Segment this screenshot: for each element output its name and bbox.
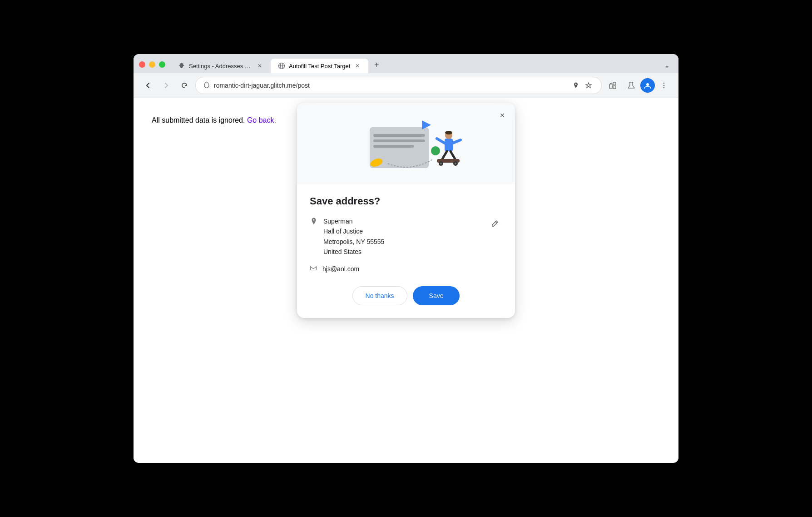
back-button[interactable] — [141, 78, 155, 93]
popup-actions: No thanks Save — [310, 286, 502, 305]
illustration-svg — [333, 114, 479, 177]
save-button[interactable]: Save — [413, 286, 460, 305]
nav-separator — [622, 80, 622, 91]
puzzle-icon — [609, 81, 617, 89]
tab-settings-close[interactable]: ✕ — [256, 62, 263, 70]
profile-button[interactable] — [640, 78, 655, 93]
traffic-light-maximize[interactable] — [159, 61, 165, 68]
svg-rect-17 — [445, 139, 453, 151]
location-pin-icon — [310, 217, 318, 228]
traffic-light-minimize[interactable] — [149, 61, 155, 68]
menu-button[interactable] — [657, 78, 671, 93]
popup-close-button[interactable]: × — [495, 108, 510, 123]
forward-icon — [162, 81, 170, 89]
lab-icon — [627, 81, 635, 89]
svg-line-23 — [451, 151, 455, 159]
tab-settings-title: Settings - Addresses and mo — [189, 63, 253, 70]
popup-overlay: × Save address? Superman — [134, 98, 678, 463]
star-icon — [585, 82, 592, 89]
save-address-popup: × Save address? Superman — [297, 103, 515, 318]
reload-icon — [180, 81, 188, 89]
svg-line-20 — [437, 139, 445, 143]
svg-rect-12 — [373, 139, 425, 142]
globe-icon — [278, 62, 285, 70]
gear-icon — [178, 62, 185, 70]
popup-header: × — [297, 103, 515, 184]
menu-icon — [660, 81, 668, 89]
location-pin-button[interactable] — [570, 80, 581, 91]
tab-bar: Settings - Addresses and mo ✕ Autofill T… — [171, 59, 673, 73]
url-text: romantic-dirt-jaguar.glitch.me/post — [214, 82, 567, 89]
popup-body: Save address? Superman Hall of Justice M… — [297, 184, 515, 318]
svg-point-9 — [663, 87, 664, 88]
address-city-state-zip: Metropolis, NY 55555 — [323, 237, 482, 247]
address-bar[interactable]: romantic-dirt-jaguar.glitch.me/post — [195, 77, 602, 94]
edit-address-button[interactable] — [488, 216, 502, 231]
address-actions — [570, 80, 594, 91]
page-text-static: All submitted data is ignored. — [152, 116, 245, 124]
star-button[interactable] — [583, 80, 594, 91]
tab-overflow-button[interactable]: ⌄ — [660, 59, 673, 71]
back-icon — [144, 81, 152, 89]
email-section: hjs@aol.com — [310, 264, 502, 273]
nav-bar: romantic-dirt-jaguar.glitch.me/post — [134, 73, 678, 98]
reload-button[interactable] — [177, 78, 192, 93]
svg-point-27 — [440, 163, 442, 164]
svg-rect-4 — [613, 82, 616, 85]
address-country: United States — [323, 247, 482, 257]
svg-rect-3 — [609, 84, 612, 89]
svg-point-6 — [646, 83, 649, 86]
svg-point-28 — [455, 163, 456, 164]
extensions-button[interactable] — [605, 78, 620, 93]
address-name: Superman — [323, 216, 482, 226]
tab-autofill[interactable]: Autofill Test Post Target ✕ — [271, 59, 368, 73]
tab-settings[interactable]: Settings - Addresses and mo ✕ — [171, 59, 271, 73]
profile-icon — [644, 81, 652, 89]
svg-point-16 — [431, 146, 440, 155]
location-icon — [572, 82, 579, 89]
nav-actions — [605, 78, 671, 93]
title-bar: Settings - Addresses and mo ✕ Autofill T… — [134, 54, 678, 73]
page-content: All submitted data is ignored. Go back. — [134, 98, 678, 463]
email-icon — [310, 264, 317, 273]
svg-line-22 — [442, 151, 447, 159]
svg-point-19 — [445, 131, 452, 134]
traffic-lights — [139, 61, 165, 73]
edit-icon — [491, 220, 499, 227]
forward-button[interactable] — [159, 78, 173, 93]
svg-point-7 — [663, 83, 664, 84]
no-thanks-button[interactable]: No thanks — [352, 286, 407, 305]
lab-button[interactable] — [624, 78, 639, 93]
address-details: Superman Hall of Justice Metropolis, NY … — [323, 216, 482, 257]
popup-title: Save address? — [310, 195, 502, 207]
svg-point-8 — [663, 85, 664, 86]
tab-autofill-close[interactable]: ✕ — [354, 62, 361, 70]
svg-rect-11 — [373, 134, 425, 137]
email-text: hjs@aol.com — [322, 265, 359, 273]
browser-window: Settings - Addresses and mo ✕ Autofill T… — [134, 54, 678, 463]
svg-line-21 — [453, 140, 460, 143]
new-tab-button[interactable]: + — [370, 59, 383, 71]
period: . — [274, 116, 276, 124]
illustration — [308, 114, 504, 177]
address-section: Superman Hall of Justice Metropolis, NY … — [310, 216, 502, 257]
go-back-link[interactable]: Go back — [247, 116, 274, 124]
address-street: Hall of Justice — [323, 226, 482, 236]
svg-rect-13 — [373, 145, 414, 148]
traffic-light-close[interactable] — [139, 61, 145, 68]
security-icon — [203, 81, 210, 90]
tab-autofill-title: Autofill Test Post Target — [289, 63, 350, 70]
